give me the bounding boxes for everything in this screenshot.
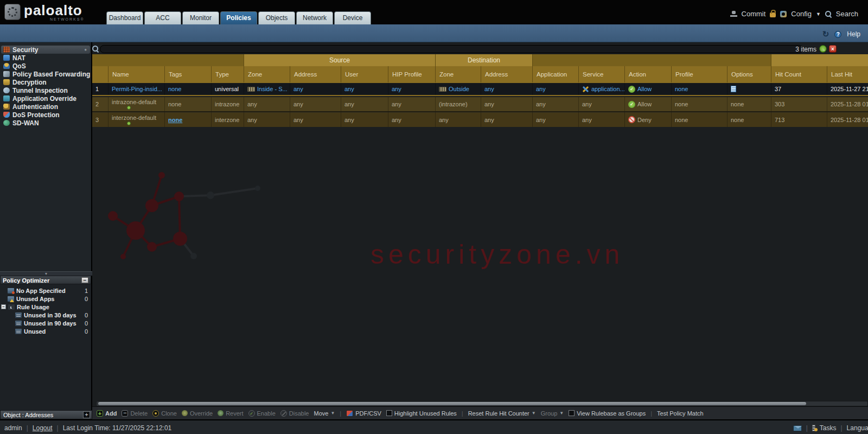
rule-src-address[interactable]: any (290, 97, 341, 111)
rule-user[interactable]: any (341, 97, 388, 111)
sidebar-item-policy-based-forwarding[interactable]: Policy Based Forwarding (0, 70, 91, 78)
optimizer-item-unused-30[interactable]: Unused in 30 days 0 (0, 311, 91, 319)
rule-hip-profile[interactable]: any (388, 97, 436, 111)
optimizer-item-unused[interactable]: Unused 0 (0, 327, 91, 335)
tag-link[interactable]: none (168, 117, 182, 123)
add-button[interactable]: +Add (97, 410, 117, 417)
rule-profile[interactable]: none (672, 83, 727, 95)
rule-src-address[interactable]: any (290, 112, 341, 127)
rule-action[interactable]: ✓Allow (625, 83, 672, 95)
language-button[interactable]: Language (847, 424, 868, 432)
expand-panel-icon[interactable]: + (83, 411, 90, 418)
col-type[interactable]: Type (212, 66, 244, 82)
col-action[interactable]: Action (625, 66, 672, 82)
tab-network[interactable]: Network (296, 11, 333, 24)
rule-hip-profile[interactable]: any (388, 83, 436, 95)
collapse-arrow-icon[interactable]: ● (84, 47, 87, 52)
optimizer-item-unused-apps[interactable]: Unused Apps 0 (0, 295, 91, 303)
optimizer-item-no-app-specified[interactable]: No App Specified 1 (0, 286, 91, 295)
rule-options[interactable]: none (727, 97, 771, 111)
logout-link[interactable]: Logout (33, 424, 53, 432)
col-hit-count[interactable]: Hit Count (771, 66, 827, 82)
sidebar-item-security[interactable]: Security ● (1, 46, 90, 54)
col-name[interactable]: Name (108, 66, 165, 82)
sidebar-splitter[interactable]: ▼ (0, 271, 92, 276)
rule-options[interactable] (727, 83, 771, 95)
rule-src-zone[interactable]: Inside - S... (244, 83, 290, 95)
rule-dst-zone[interactable]: any (436, 112, 481, 127)
tab-device[interactable]: Device (334, 11, 371, 24)
rule-dst-address[interactable]: any (481, 83, 533, 95)
config-caret-icon[interactable]: ▼ (816, 11, 821, 17)
minimize-panel-icon[interactable]: − (81, 277, 88, 283)
col-application[interactable]: Application (533, 66, 579, 82)
col-dst-zone[interactable]: Zone (436, 66, 481, 82)
rule-profile[interactable]: none (672, 97, 727, 111)
rule-src-zone[interactable]: any (244, 112, 290, 127)
sidebar-item-sd-wan[interactable]: SD-WAN (0, 119, 91, 127)
col-profile[interactable]: Profile (672, 66, 727, 82)
move-menu[interactable]: Move▼ (314, 410, 335, 417)
col-hip-profile[interactable]: HIP Profile (388, 66, 436, 82)
rule-filter-input[interactable] (100, 45, 803, 53)
sidebar-item-application-override[interactable]: Application Override (0, 94, 91, 103)
test-policy-match-button[interactable]: Test Policy Match (657, 410, 704, 417)
reset-hit-counter-menu[interactable]: Reset Rule Hit Counter▼ (468, 410, 536, 417)
tab-acc[interactable]: ACC (144, 11, 181, 24)
rule-tags[interactable]: none (165, 112, 212, 127)
clear-filter-icon[interactable]: × (829, 45, 837, 53)
view-rulebase-groups-toggle[interactable]: View Rulebase as Groups (569, 410, 646, 417)
optimizer-item-unused-90[interactable]: Unused in 90 days 0 (0, 319, 91, 327)
rule-service[interactable]: any (579, 112, 625, 127)
highlight-unused-checkbox[interactable] (386, 410, 392, 416)
col-dst-address[interactable]: Address (481, 66, 533, 82)
sidebar-item-qos[interactable]: QoS (0, 62, 91, 70)
tab-policies[interactable]: Policies (220, 11, 257, 24)
col-src-address[interactable]: Address (290, 66, 341, 82)
col-service[interactable]: Service (579, 66, 625, 82)
col-number[interactable] (92, 66, 108, 82)
override-button[interactable]: Override (182, 410, 213, 417)
rule-dst-address[interactable]: any (481, 97, 533, 111)
rule-application[interactable]: any (533, 97, 579, 111)
table-row[interactable]: 2 intrazone-default none intrazone any a… (92, 97, 868, 112)
scrollbar-thumb[interactable] (98, 402, 806, 405)
col-user[interactable]: User (341, 66, 388, 82)
rule-dst-address[interactable]: any (481, 112, 533, 127)
rule-action[interactable]: Deny (625, 112, 672, 127)
tasks-button[interactable]: Tasks (820, 424, 837, 432)
object-addresses-bar[interactable]: Object : Addresses + (0, 410, 92, 419)
rule-src-address[interactable]: any (290, 83, 341, 95)
highlight-unused-toggle[interactable]: Highlight Unused Rules (386, 410, 457, 417)
rule-application[interactable]: any (533, 112, 579, 127)
col-last-hit[interactable]: Last Hit (827, 66, 868, 82)
enable-button[interactable]: ✓Enable (248, 410, 276, 417)
help-link[interactable]: Help (847, 30, 860, 38)
group-menu[interactable]: Group▼ (541, 410, 564, 417)
tab-objects[interactable]: Objects (258, 11, 295, 24)
rule-service[interactable]: application... (579, 83, 625, 95)
sidebar-item-nat[interactable]: NAT (0, 54, 91, 62)
sidebar-item-tunnel-inspection[interactable]: Tunnel Inspection (0, 86, 91, 94)
col-options[interactable]: Options (727, 66, 771, 82)
col-tags[interactable]: Tags (165, 66, 212, 82)
horizontal-scrollbar[interactable] (96, 401, 868, 406)
rule-application[interactable]: any (533, 83, 579, 95)
rule-dst-zone[interactable]: Outside (436, 83, 481, 95)
rule-user[interactable]: any (341, 83, 388, 95)
sidebar-item-decryption[interactable]: Decryption (0, 78, 91, 86)
rule-user[interactable]: any (341, 112, 388, 127)
messages-icon[interactable] (793, 425, 802, 431)
refresh-icon[interactable]: ↻ (822, 29, 829, 39)
disable-button[interactable]: Disable (280, 410, 309, 417)
table-row[interactable]: 3 interzone-default none interzone any a… (92, 112, 868, 127)
clone-button[interactable]: Clone (152, 410, 177, 417)
apply-filter-icon[interactable]: → (819, 45, 827, 53)
config-menu[interactable]: Config (791, 10, 812, 18)
col-src-zone[interactable]: Zone (244, 66, 290, 82)
rule-dst-zone[interactable]: (intrazone) (436, 97, 481, 111)
rule-profile[interactable]: none (672, 112, 727, 127)
rule-action[interactable]: ✓Allow (625, 97, 672, 111)
rule-name-link[interactable]: intrazone-default (108, 97, 165, 111)
rule-hip-profile[interactable]: any (388, 112, 436, 127)
